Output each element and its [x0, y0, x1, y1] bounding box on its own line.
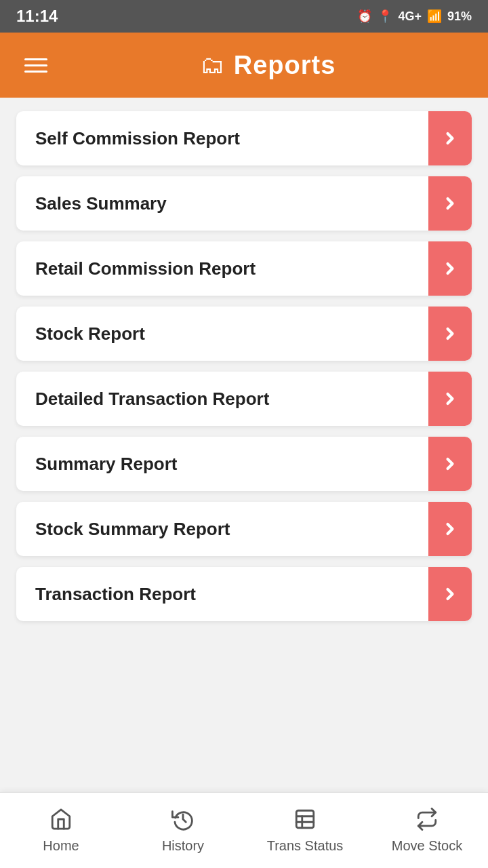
nav-item-move-stock[interactable]: Move Stock — [366, 793, 488, 868]
nav-item-trans-status[interactable]: Trans Status — [244, 793, 366, 868]
report-item-summary-report[interactable]: Summary Report — [16, 437, 472, 491]
status-icons: ⏰ 📍 4G+ 📶 91% — [357, 9, 472, 24]
report-label-retail-commission: Retail Commission Report — [16, 258, 256, 279]
home-icon — [49, 808, 73, 834]
report-item-stock-summary[interactable]: Stock Summary Report — [16, 502, 472, 556]
report-label-detailed-transaction: Detailed Transaction Report — [16, 389, 269, 410]
report-label-stock-summary: Stock Summary Report — [16, 519, 230, 540]
report-arrow-sales-summary — [428, 176, 472, 231]
history-icon — [171, 808, 195, 834]
report-item-transaction-report[interactable]: Transaction Report — [16, 567, 472, 621]
report-label-stock-report: Stock Report — [16, 323, 145, 344]
report-arrow-retail-commission — [428, 241, 472, 296]
header: 🗂 Reports — [0, 33, 488, 98]
report-item-stock-report[interactable]: Stock Report — [16, 307, 472, 361]
nav-label-home: Home — [43, 838, 79, 854]
nav-item-home[interactable]: Home — [0, 793, 122, 868]
signal-icon: 📶 — [427, 9, 442, 24]
trans-status-icon — [293, 808, 317, 834]
report-item-detailed-transaction[interactable]: Detailed Transaction Report — [16, 372, 472, 426]
reports-icon: 🗂 — [200, 51, 224, 79]
report-arrow-transaction-report — [428, 567, 472, 621]
svg-rect-0 — [296, 810, 314, 828]
alarm-icon: ⏰ — [357, 9, 372, 24]
page-title: Reports — [234, 51, 336, 80]
report-item-retail-commission[interactable]: Retail Commission Report — [16, 241, 472, 296]
nav-label-trans-status: Trans Status — [267, 838, 344, 854]
nav-item-history[interactable]: History — [122, 793, 244, 868]
status-bar: 11:14 ⏰ 📍 4G+ 📶 91% — [0, 0, 488, 33]
report-label-transaction-report: Transaction Report — [16, 584, 196, 605]
network-label: 4G+ — [398, 9, 422, 24]
location-icon: 📍 — [378, 9, 392, 24]
battery-label: 91% — [447, 9, 472, 24]
nav-label-move-stock: Move Stock — [392, 838, 462, 854]
report-arrow-summary-report — [428, 437, 472, 491]
status-time: 11:14 — [16, 7, 58, 26]
report-label-self-commission: Self Commission Report — [16, 128, 240, 149]
nav-label-history: History — [162, 838, 204, 854]
bottom-nav: Home History Trans Status — [0, 792, 488, 868]
report-arrow-stock-report — [428, 307, 472, 361]
report-label-summary-report: Summary Report — [16, 454, 178, 475]
menu-button[interactable] — [19, 53, 53, 78]
report-item-self-commission[interactable]: Self Commission Report — [16, 111, 472, 165]
reports-list: Self Commission ReportSales SummaryRetai… — [0, 98, 488, 792]
report-arrow-self-commission — [428, 111, 472, 165]
report-label-sales-summary: Sales Summary — [16, 193, 167, 214]
report-arrow-detailed-transaction — [428, 372, 472, 426]
report-arrow-stock-summary — [428, 502, 472, 556]
move-stock-icon — [415, 808, 439, 834]
report-item-sales-summary[interactable]: Sales Summary — [16, 176, 472, 231]
